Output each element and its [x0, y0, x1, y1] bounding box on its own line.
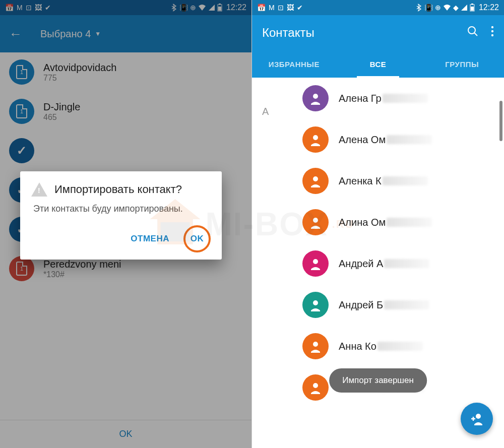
svg-point-14 — [313, 218, 318, 223]
person-avatar-icon — [302, 85, 329, 111]
search-icon[interactable] — [467, 25, 479, 40]
tab-favorites[interactable]: ИЗБРАННЫЕ — [252, 50, 336, 78]
contacts-tabs: ИЗБРАННЫЕ ВСЕ ГРУППЫ — [252, 50, 504, 78]
status-bar: 📅 M ⊡ 🖼 ✔ 📳 ⊕ ◆ — [252, 0, 504, 15]
contacts-appbar: Контакты — [252, 15, 504, 50]
svg-point-15 — [313, 259, 318, 264]
svg-point-19 — [476, 414, 481, 419]
svg-line-7 — [474, 33, 477, 36]
phone-screenshot-left: 📅 M ⊡ 🖼 ✔ 📳 ⊕ — [0, 0, 252, 448]
status-bluetooth-icon — [416, 4, 422, 12]
contact-name: Алина Ом — [339, 217, 432, 228]
svg-point-9 — [491, 30, 493, 32]
status-clock-icon: ⊕ — [435, 4, 441, 12]
status-app-icon: ⊡ — [278, 4, 284, 12]
appbar-title: Контакты — [262, 26, 455, 40]
person-avatar-icon — [302, 126, 329, 153]
dialog-body: Эти контакты буду импортированы. — [33, 204, 211, 214]
person-avatar-icon — [302, 333, 329, 359]
contact-name: Анна Ко — [339, 341, 423, 352]
person-avatar-icon — [302, 250, 329, 277]
contacts-list[interactable]: А Алена ГрАлена ОмАленка КАлина ОмАндрей… — [252, 78, 504, 408]
status-wifi-icon — [443, 4, 451, 11]
person-avatar-icon — [302, 168, 329, 194]
status-location-icon: ◆ — [453, 4, 459, 12]
svg-point-17 — [313, 342, 318, 347]
list-item[interactable]: Алена Ом — [252, 119, 504, 160]
status-check-icon: ✔ — [297, 4, 303, 12]
add-person-icon — [469, 411, 484, 426]
add-contact-fab[interactable] — [461, 403, 493, 435]
phone-screenshot-right: 📅 M ⊡ 🖼 ✔ 📳 ⊕ ◆ — [252, 0, 504, 448]
cancel-button[interactable]: ОТМЕНА — [131, 234, 169, 244]
status-signal-icon — [461, 4, 468, 11]
tab-groups[interactable]: ГРУППЫ — [420, 50, 504, 78]
person-avatar-icon — [302, 209, 329, 235]
svg-point-12 — [313, 135, 318, 140]
status-vibrate-icon: 📳 — [424, 4, 433, 12]
list-item[interactable]: Аленка К — [252, 160, 504, 202]
status-gmail-icon: M — [269, 4, 275, 12]
import-confirm-dialog: Импортировать контакт? Эти контакты буду… — [20, 171, 222, 260]
svg-point-11 — [313, 94, 318, 99]
list-item[interactable]: Андрей А — [252, 243, 504, 284]
warning-icon — [31, 182, 47, 197]
svg-point-10 — [491, 34, 493, 36]
dialog-title: Импортировать контакт? — [54, 183, 182, 196]
person-avatar-icon — [302, 292, 329, 318]
svg-point-13 — [313, 176, 318, 181]
scrollbar-thumb[interactable] — [499, 101, 502, 141]
section-index-letter: А — [262, 106, 269, 117]
svg-rect-4 — [471, 4, 473, 5]
ok-button-highlight: OK — [183, 225, 211, 252]
tab-all[interactable]: ВСЕ — [336, 50, 420, 78]
status-battery-icon — [470, 4, 475, 12]
status-calendar-icon: 📅 — [257, 4, 266, 12]
status-image-icon: 🖼 — [287, 4, 294, 12]
contact-name: Аленка К — [339, 175, 428, 187]
list-item[interactable]: Андрей Б — [252, 284, 504, 326]
status-time: 12:22 — [479, 3, 499, 12]
svg-point-16 — [313, 300, 318, 305]
svg-point-8 — [491, 26, 493, 28]
svg-point-18 — [313, 383, 318, 388]
list-item[interactable]: Анна Ко — [252, 326, 504, 367]
svg-rect-5 — [471, 7, 474, 11]
list-item[interactable]: Алена Гр — [252, 78, 504, 119]
overflow-menu-icon[interactable] — [491, 26, 494, 40]
list-item[interactable]: Алина Ом — [252, 202, 504, 243]
person-avatar-icon — [302, 374, 329, 401]
ok-button[interactable]: OK — [191, 234, 204, 244]
contact-name: Андрей Б — [339, 299, 429, 311]
contact-name: Алена Гр — [339, 93, 428, 104]
contact-name: Андрей А — [339, 258, 429, 270]
import-complete-toast: Импорт завершен — [329, 368, 427, 393]
contact-name: Алена Ом — [339, 134, 432, 146]
svg-point-6 — [468, 27, 475, 34]
